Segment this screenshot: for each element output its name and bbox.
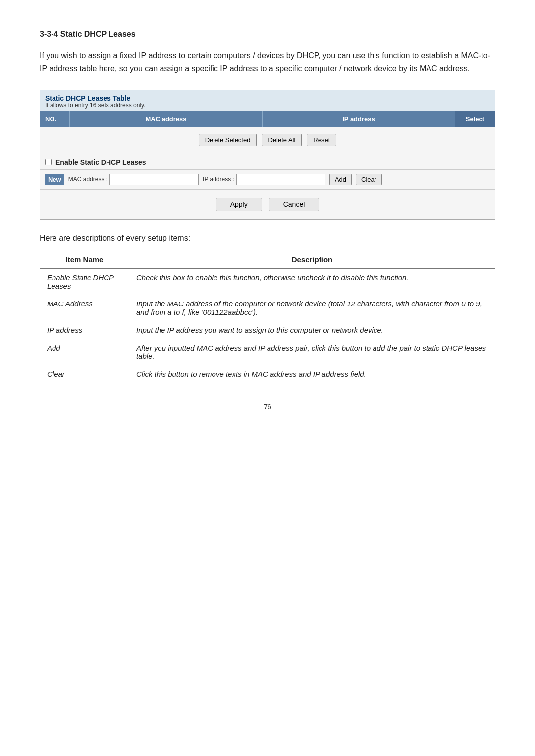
desc-table-row: MAC AddressInput the MAC address of the … [40, 295, 495, 321]
desc-table-row: Enable Static DHCP LeasesCheck this box … [40, 268, 495, 295]
dhcp-panel: Static DHCP Leases Table It allows to en… [40, 90, 495, 220]
section-title: 3-3-4 Static DHCP Leases [40, 30, 495, 39]
apply-cancel-row: Apply Cancel [40, 190, 495, 219]
new-row-label: New [45, 174, 64, 185]
desc-item-name: Clear [40, 365, 129, 383]
col-header-select: Select [455, 111, 495, 127]
desc-item-name: Enable Static DHCP Leases [40, 268, 129, 295]
enable-dhcp-label: Enable Static DHCP Leases [55, 158, 146, 166]
desc-table-row: IP addressInput the IP address you want … [40, 321, 495, 339]
desc-col-header-name: Item Name [40, 251, 129, 268]
intro-text: If you wish to assign a fixed IP address… [40, 50, 495, 76]
table-title: Static DHCP Leases Table [45, 94, 490, 102]
desc-item-description: Input the IP address you want to assign … [129, 321, 495, 339]
cancel-button[interactable]: Cancel [269, 198, 320, 211]
desc-col-header-description: Description [129, 251, 495, 268]
enable-section: Enable Static DHCP Leases [40, 153, 495, 170]
mac-field-group: MAC address : [68, 174, 199, 185]
new-entry-row: New MAC address : IP address : Add Clear [40, 170, 495, 190]
mac-address-label: MAC address : [68, 176, 107, 183]
dhcp-panel-header: Static DHCP Leases Table It allows to en… [40, 90, 495, 111]
col-header-no: NO. [40, 111, 70, 127]
delete-selected-button[interactable]: Delete Selected [199, 134, 257, 146]
table-subtitle: It allows to entry 16 sets address only. [45, 102, 490, 109]
table-header-row: NO. MAC address IP address Select [40, 111, 495, 127]
ip-field-group: IP address : [203, 174, 325, 185]
apply-button[interactable]: Apply [216, 198, 262, 211]
ip-address-input[interactable] [236, 174, 325, 185]
desc-item-description: Click this button to remove texts in MAC… [129, 365, 495, 383]
desc-item-description: Input the MAC address of the computer or… [129, 295, 495, 321]
descriptions-table: Item Name Description Enable Static DHCP… [40, 251, 495, 383]
mac-address-input[interactable] [109, 174, 199, 185]
delete-all-button[interactable]: Delete All [262, 134, 302, 146]
enable-dhcp-checkbox[interactable] [45, 159, 52, 165]
action-buttons-row: Delete Selected Delete All Reset [40, 127, 495, 153]
ip-address-label: IP address : [203, 176, 234, 183]
desc-item-name: Add [40, 339, 129, 365]
desc-table-row: ClearClick this button to remove texts i… [40, 365, 495, 383]
desc-item-description: After you inputted MAC address and IP ad… [129, 339, 495, 365]
col-header-ip: IP address [263, 111, 455, 127]
add-button[interactable]: Add [329, 174, 352, 185]
desc-item-description: Check this box to enable this function, … [129, 268, 495, 295]
page-number: 76 [40, 403, 495, 411]
col-header-mac: MAC address [70, 111, 263, 127]
desc-item-name: IP address [40, 321, 129, 339]
reset-button[interactable]: Reset [307, 134, 336, 146]
desc-table-row: AddAfter you inputted MAC address and IP… [40, 339, 495, 365]
descriptions-intro: Here are descriptions of every setup ite… [40, 234, 495, 243]
desc-item-name: MAC Address [40, 295, 129, 321]
clear-button[interactable]: Clear [356, 174, 382, 185]
